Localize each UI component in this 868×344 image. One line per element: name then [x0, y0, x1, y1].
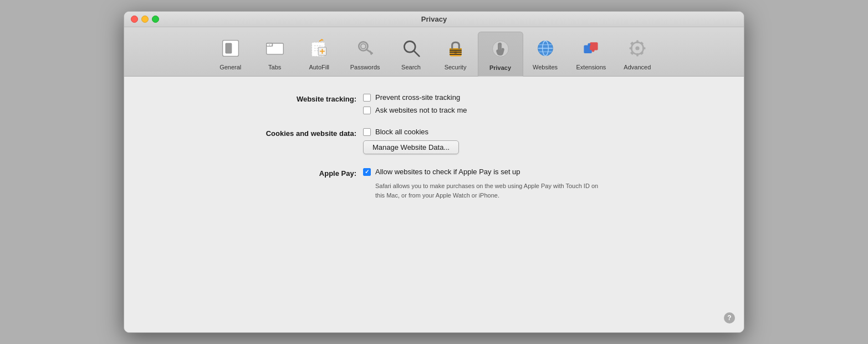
- manage-website-data-button[interactable]: Manage Website Data...: [363, 140, 459, 154]
- svg-point-42: [635, 46, 639, 50]
- svg-text:✕: ✕: [268, 44, 270, 47]
- cookies-label: Cookies and website data:: [212, 128, 356, 139]
- security-label: Security: [445, 64, 467, 70]
- toolbar-item-advanced[interactable]: Advanced: [615, 32, 660, 76]
- search-label: Search: [401, 64, 421, 70]
- traffic-lights: [131, 16, 159, 23]
- prevent-cross-site-checkbox[interactable]: [363, 94, 371, 102]
- help-button[interactable]: ?: [724, 312, 735, 323]
- svg-rect-43: [636, 41, 639, 43]
- svg-rect-39: [588, 43, 591, 46]
- allow-apple-pay-checkbox[interactable]: [363, 168, 371, 176]
- svg-rect-38: [590, 42, 598, 50]
- privacy-label: Privacy: [489, 64, 511, 71]
- preferences-window: Privacy General: [124, 11, 744, 333]
- extensions-label: Extensions: [576, 64, 606, 70]
- svg-rect-45: [629, 47, 632, 49]
- ask-not-to-track-row: Ask websites not to track me: [363, 106, 467, 114]
- websites-label: Websites: [533, 64, 558, 70]
- toolbar-item-extensions[interactable]: Extensions: [568, 32, 615, 76]
- websites-icon: [532, 35, 559, 62]
- title-bar: Privacy: [124, 12, 744, 27]
- toolbar-item-search[interactable]: Search: [389, 32, 433, 76]
- tabs-icon: ✕ +: [262, 35, 288, 62]
- svg-rect-48: [640, 42, 644, 45]
- website-tracking-label: Website tracking:: [212, 93, 356, 104]
- svg-text:+: +: [271, 43, 273, 47]
- svg-rect-46: [642, 47, 645, 49]
- svg-line-21: [413, 51, 419, 57]
- general-icon: [217, 35, 244, 62]
- toolbar-item-websites[interactable]: Websites: [523, 32, 568, 76]
- toolbar-item-passwords[interactable]: Passwords: [341, 32, 389, 76]
- block-cookies-label: Block all cookies: [375, 128, 428, 136]
- general-label: General: [219, 64, 241, 70]
- extensions-icon: [578, 35, 604, 62]
- prevent-cross-site-row: Prevent cross-site tracking: [363, 93, 467, 102]
- close-button[interactable]: [131, 16, 138, 23]
- website-tracking-controls: Prevent cross-site tracking Ask websites…: [363, 93, 467, 114]
- toolbar-item-autofill[interactable]: AutoFill: [297, 32, 341, 76]
- toolbar-item-security[interactable]: Security: [433, 32, 478, 76]
- ask-not-to-track-label: Ask websites not to track me: [375, 106, 467, 114]
- content-area: Website tracking: Prevent cross-site tra…: [124, 77, 744, 332]
- svg-rect-44: [636, 53, 639, 56]
- svg-rect-40: [592, 49, 595, 52]
- advanced-label: Advanced: [624, 64, 651, 70]
- advanced-icon: [624, 35, 651, 62]
- toolbar-items: General ✕ + Tabs: [208, 32, 660, 76]
- maximize-button[interactable]: [152, 16, 159, 23]
- toolbar-item-privacy[interactable]: Privacy: [478, 32, 523, 77]
- search-icon: [398, 35, 425, 62]
- svg-rect-50: [640, 52, 644, 55]
- toolbar-item-tabs[interactable]: ✕ + Tabs: [253, 32, 297, 76]
- apple-pay-row: Apple Pay: Allow websites to check if Ap…: [212, 168, 656, 200]
- prevent-cross-site-label: Prevent cross-site tracking: [375, 93, 460, 102]
- svg-rect-1: [226, 43, 232, 53]
- cookies-controls: Block all cookies Manage Website Data...: [363, 128, 459, 154]
- apple-pay-description: Safari allows you to make purchases on t…: [375, 181, 608, 200]
- allow-apple-pay-row: Allow websites to check if Apple Pay is …: [363, 168, 608, 176]
- toolbar-item-general[interactable]: General: [208, 32, 253, 76]
- website-tracking-row: Website tracking: Prevent cross-site tra…: [212, 93, 656, 114]
- block-cookies-checkbox[interactable]: [363, 128, 371, 136]
- apple-pay-label: Apple Pay:: [212, 168, 356, 179]
- privacy-icon: [487, 36, 514, 62]
- ask-not-to-track-checkbox[interactable]: [363, 107, 371, 114]
- passwords-label: Passwords: [350, 64, 380, 70]
- allow-apple-pay-label: Allow websites to check if Apple Pay is …: [375, 168, 520, 176]
- toolbar: General ✕ + Tabs: [124, 27, 744, 77]
- minimize-button[interactable]: [141, 16, 149, 23]
- svg-line-18: [366, 50, 372, 53]
- autofill-icon: [306, 35, 333, 62]
- passwords-icon: [352, 35, 379, 62]
- window-title: Privacy: [421, 15, 447, 23]
- apple-pay-controls: Allow websites to check if Apple Pay is …: [363, 168, 608, 200]
- security-icon: [442, 35, 469, 62]
- tabs-label: Tabs: [268, 64, 281, 70]
- block-cookies-row: Block all cookies: [363, 128, 459, 136]
- cookies-row: Cookies and website data: Block all cook…: [212, 128, 656, 154]
- settings-grid: Website tracking: Prevent cross-site tra…: [212, 93, 656, 200]
- svg-point-17: [361, 44, 366, 49]
- autofill-label: AutoFill: [309, 64, 329, 70]
